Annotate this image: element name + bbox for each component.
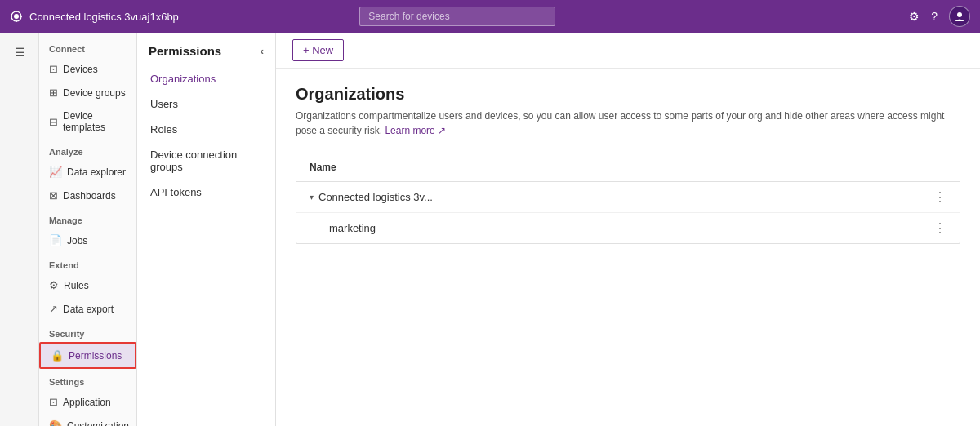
- sidebar-item-application[interactable]: ⊡ Application: [39, 390, 136, 414]
- device-groups-icon: ⊞: [49, 87, 58, 99]
- sidebar-item-data-export[interactable]: ↗ Data export: [39, 297, 136, 321]
- sub-sidebar-roles[interactable]: Roles: [137, 117, 275, 142]
- app-name-label: Connected logistics 3vuaj1x6bp: [29, 11, 179, 23]
- sidebar-item-rules[interactable]: ⚙ Rules: [39, 273, 136, 297]
- svg-point-2: [957, 12, 962, 17]
- sidebar-item-jobs[interactable]: 📄 Jobs: [39, 229, 136, 252]
- sub-sidebar: Permissions ‹ Organizations Users Roles …: [137, 33, 276, 426]
- content-description: Organizations compartmentalize users and…: [296, 109, 960, 138]
- sub-sidebar-header: Permissions ‹: [137, 33, 275, 66]
- settings-icon[interactable]: ⚙: [909, 10, 920, 23]
- collapse-icon[interactable]: ‹: [261, 45, 264, 57]
- jobs-icon: 📄: [49, 234, 62, 246]
- sidebar-narrow: ☰: [0, 33, 39, 426]
- chevron-down-icon: ▾: [310, 193, 314, 202]
- sub-sidebar-organizations[interactable]: Organizations: [137, 66, 275, 91]
- svg-point-0: [14, 14, 19, 19]
- table-row: marketing ⋮: [316, 213, 960, 243]
- device-templates-icon: ⊟: [49, 116, 58, 128]
- dashboards-icon: ⊠: [49, 189, 58, 202]
- new-button[interactable]: + New: [292, 39, 344, 61]
- row-actions-icon-root[interactable]: ⋮: [933, 189, 947, 205]
- avatar[interactable]: [949, 6, 970, 27]
- search-box[interactable]: [359, 7, 555, 26]
- section-security: Security 🔒 Permissions: [39, 321, 136, 369]
- section-manage: Manage 📄 Jobs: [39, 207, 136, 252]
- section-connect: Connect ⊡ Devices ⊞ Device groups ⊟ Devi…: [39, 36, 136, 139]
- search-input[interactable]: [359, 7, 555, 26]
- section-analyze: Analyze 📈 Data explorer ⊠ Dashboards: [39, 139, 136, 207]
- learn-more-link[interactable]: Learn more ↗: [385, 125, 446, 136]
- data-export-icon: ↗: [49, 303, 58, 315]
- data-explorer-icon: 📈: [49, 166, 62, 178]
- logo-icon: [10, 10, 23, 23]
- permissions-icon: 🔒: [51, 349, 64, 362]
- sub-sidebar-device-connection-groups[interactable]: Device connection groups: [137, 142, 275, 180]
- section-settings: Settings ⊡ Application 🎨 Customization: [39, 369, 136, 426]
- customization-icon: 🎨: [49, 419, 62, 426]
- sidebar-item-customization[interactable]: 🎨 Customization: [39, 414, 136, 426]
- sub-sidebar-title: Permissions: [149, 44, 221, 58]
- app-logo: Connected logistics 3vuaj1x6bp: [10, 10, 179, 23]
- devices-icon: ⊡: [49, 63, 58, 75]
- sub-sidebar-users[interactable]: Users: [137, 91, 275, 117]
- content-toolbar: + New: [276, 33, 980, 69]
- table-row: ▾ Connected logistics 3v... ⋮: [296, 182, 960, 213]
- rules-icon: ⚙: [49, 279, 59, 291]
- page-title: Organizations: [296, 85, 960, 104]
- application-icon: ⊡: [49, 396, 58, 408]
- sidebar-item-permissions[interactable]: 🔒 Permissions: [39, 342, 136, 369]
- section-extend-label: Extend: [39, 252, 136, 273]
- hamburger-menu-icon[interactable]: ☰: [0, 39, 39, 65]
- topbar: Connected logistics 3vuaj1x6bp ⚙ ?: [0, 0, 980, 33]
- help-icon[interactable]: ?: [931, 10, 938, 23]
- content-body: Organizations Organizations compartmenta…: [276, 69, 980, 260]
- sub-sidebar-api-tokens[interactable]: API tokens: [137, 180, 275, 205]
- section-analyze-label: Analyze: [39, 139, 136, 160]
- main-layout: ☰ Connect ⊡ Devices ⊞ Device groups ⊟ De…: [0, 33, 980, 426]
- row-actions-icon-marketing[interactable]: ⋮: [933, 220, 947, 236]
- section-extend: Extend ⚙ Rules ↗ Data export: [39, 252, 136, 321]
- sidebar-item-dashboards[interactable]: ⊠ Dashboards: [39, 184, 136, 207]
- section-manage-label: Manage: [39, 207, 136, 229]
- topbar-actions: ⚙ ?: [909, 6, 970, 27]
- section-settings-label: Settings: [39, 369, 136, 390]
- org-row-name-root: ▾ Connected logistics 3v...: [310, 191, 933, 203]
- section-security-label: Security: [39, 321, 136, 342]
- organizations-table: Name ▾ Connected logistics 3v... ⋮ marke…: [296, 153, 960, 244]
- sidebar-wide: Connect ⊡ Devices ⊞ Device groups ⊟ Devi…: [39, 33, 137, 426]
- sidebar-item-data-explorer[interactable]: 📈 Data explorer: [39, 160, 136, 184]
- content-area: + New Organizations Organizations compar…: [276, 33, 980, 426]
- sidebar-item-devices[interactable]: ⊡ Devices: [39, 57, 136, 81]
- sidebar-item-device-groups[interactable]: ⊞ Device groups: [39, 81, 136, 104]
- table-header: Name: [296, 153, 960, 182]
- section-connect-label: Connect: [39, 36, 136, 57]
- sidebar-item-device-templates[interactable]: ⊟ Device templates: [39, 104, 136, 139]
- org-row-name-marketing: marketing: [329, 222, 933, 234]
